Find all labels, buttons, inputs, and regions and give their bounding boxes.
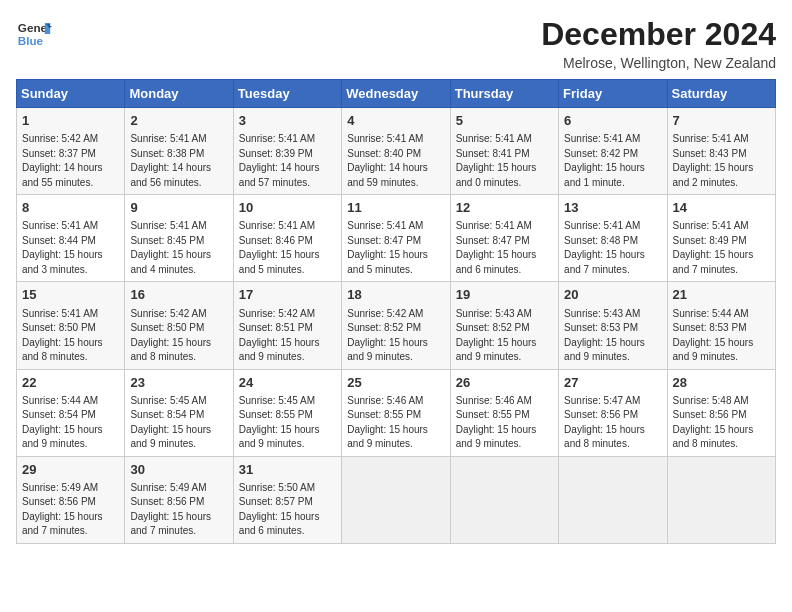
main-title: December 2024 [541,16,776,53]
calendar-week-4: 22Sunrise: 5:44 AM Sunset: 8:54 PM Dayli… [17,369,776,456]
day-number: 7 [673,112,770,130]
calendar-body: 1Sunrise: 5:42 AM Sunset: 8:37 PM Daylig… [17,108,776,544]
calendar-cell: 15Sunrise: 5:41 AM Sunset: 8:50 PM Dayli… [17,282,125,369]
subtitle: Melrose, Wellington, New Zealand [541,55,776,71]
calendar-cell [667,456,775,543]
calendar-cell: 25Sunrise: 5:46 AM Sunset: 8:55 PM Dayli… [342,369,450,456]
calendar-cell: 3Sunrise: 5:41 AM Sunset: 8:39 PM Daylig… [233,108,341,195]
day-number: 22 [22,374,119,392]
calendar-week-3: 15Sunrise: 5:41 AM Sunset: 8:50 PM Dayli… [17,282,776,369]
day-info: Sunrise: 5:42 AM Sunset: 8:50 PM Dayligh… [130,307,227,365]
day-info: Sunrise: 5:47 AM Sunset: 8:56 PM Dayligh… [564,394,661,452]
calendar-cell: 5Sunrise: 5:41 AM Sunset: 8:41 PM Daylig… [450,108,558,195]
day-info: Sunrise: 5:43 AM Sunset: 8:53 PM Dayligh… [564,307,661,365]
calendar-cell: 4Sunrise: 5:41 AM Sunset: 8:40 PM Daylig… [342,108,450,195]
calendar-cell: 31Sunrise: 5:50 AM Sunset: 8:57 PM Dayli… [233,456,341,543]
calendar-week-5: 29Sunrise: 5:49 AM Sunset: 8:56 PM Dayli… [17,456,776,543]
calendar-cell: 1Sunrise: 5:42 AM Sunset: 8:37 PM Daylig… [17,108,125,195]
day-number: 26 [456,374,553,392]
day-info: Sunrise: 5:41 AM Sunset: 8:42 PM Dayligh… [564,132,661,190]
calendar-cell: 9Sunrise: 5:41 AM Sunset: 8:45 PM Daylig… [125,195,233,282]
weekday-header-sunday: Sunday [17,80,125,108]
calendar-cell: 23Sunrise: 5:45 AM Sunset: 8:54 PM Dayli… [125,369,233,456]
day-number: 17 [239,286,336,304]
calendar-cell: 18Sunrise: 5:42 AM Sunset: 8:52 PM Dayli… [342,282,450,369]
calendar-cell [450,456,558,543]
day-number: 24 [239,374,336,392]
day-info: Sunrise: 5:44 AM Sunset: 8:53 PM Dayligh… [673,307,770,365]
calendar-cell: 30Sunrise: 5:49 AM Sunset: 8:56 PM Dayli… [125,456,233,543]
day-number: 30 [130,461,227,479]
day-info: Sunrise: 5:46 AM Sunset: 8:55 PM Dayligh… [347,394,444,452]
logo-icon: General Blue [16,16,52,52]
day-info: Sunrise: 5:46 AM Sunset: 8:55 PM Dayligh… [456,394,553,452]
day-info: Sunrise: 5:41 AM Sunset: 8:41 PM Dayligh… [456,132,553,190]
day-number: 13 [564,199,661,217]
weekday-header-tuesday: Tuesday [233,80,341,108]
calendar-cell: 16Sunrise: 5:42 AM Sunset: 8:50 PM Dayli… [125,282,233,369]
weekday-header-monday: Monday [125,80,233,108]
calendar-week-1: 1Sunrise: 5:42 AM Sunset: 8:37 PM Daylig… [17,108,776,195]
calendar-cell: 22Sunrise: 5:44 AM Sunset: 8:54 PM Dayli… [17,369,125,456]
day-info: Sunrise: 5:45 AM Sunset: 8:55 PM Dayligh… [239,394,336,452]
day-info: Sunrise: 5:41 AM Sunset: 8:48 PM Dayligh… [564,219,661,277]
calendar-cell [559,456,667,543]
calendar-cell: 12Sunrise: 5:41 AM Sunset: 8:47 PM Dayli… [450,195,558,282]
day-info: Sunrise: 5:41 AM Sunset: 8:46 PM Dayligh… [239,219,336,277]
weekday-header-friday: Friday [559,80,667,108]
calendar-cell: 21Sunrise: 5:44 AM Sunset: 8:53 PM Dayli… [667,282,775,369]
weekday-header-wednesday: Wednesday [342,80,450,108]
calendar-cell: 14Sunrise: 5:41 AM Sunset: 8:49 PM Dayli… [667,195,775,282]
day-info: Sunrise: 5:45 AM Sunset: 8:54 PM Dayligh… [130,394,227,452]
title-block: December 2024 Melrose, Wellington, New Z… [541,16,776,71]
day-number: 2 [130,112,227,130]
calendar-cell: 10Sunrise: 5:41 AM Sunset: 8:46 PM Dayli… [233,195,341,282]
day-number: 4 [347,112,444,130]
day-number: 20 [564,286,661,304]
day-number: 8 [22,199,119,217]
calendar-cell: 8Sunrise: 5:41 AM Sunset: 8:44 PM Daylig… [17,195,125,282]
day-number: 16 [130,286,227,304]
calendar-cell: 20Sunrise: 5:43 AM Sunset: 8:53 PM Dayli… [559,282,667,369]
day-info: Sunrise: 5:42 AM Sunset: 8:51 PM Dayligh… [239,307,336,365]
day-info: Sunrise: 5:41 AM Sunset: 8:49 PM Dayligh… [673,219,770,277]
day-info: Sunrise: 5:41 AM Sunset: 8:47 PM Dayligh… [456,219,553,277]
day-info: Sunrise: 5:44 AM Sunset: 8:54 PM Dayligh… [22,394,119,452]
day-info: Sunrise: 5:42 AM Sunset: 8:37 PM Dayligh… [22,132,119,190]
weekday-header-row: SundayMondayTuesdayWednesdayThursdayFrid… [17,80,776,108]
day-number: 28 [673,374,770,392]
calendar-cell: 17Sunrise: 5:42 AM Sunset: 8:51 PM Dayli… [233,282,341,369]
day-number: 18 [347,286,444,304]
logo: General Blue [16,16,52,52]
day-number: 3 [239,112,336,130]
calendar-cell: 28Sunrise: 5:48 AM Sunset: 8:56 PM Dayli… [667,369,775,456]
calendar-cell: 7Sunrise: 5:41 AM Sunset: 8:43 PM Daylig… [667,108,775,195]
day-number: 23 [130,374,227,392]
calendar-cell: 24Sunrise: 5:45 AM Sunset: 8:55 PM Dayli… [233,369,341,456]
calendar-cell: 19Sunrise: 5:43 AM Sunset: 8:52 PM Dayli… [450,282,558,369]
day-info: Sunrise: 5:50 AM Sunset: 8:57 PM Dayligh… [239,481,336,539]
day-info: Sunrise: 5:49 AM Sunset: 8:56 PM Dayligh… [130,481,227,539]
day-number: 10 [239,199,336,217]
day-number: 31 [239,461,336,479]
day-number: 1 [22,112,119,130]
day-number: 5 [456,112,553,130]
day-info: Sunrise: 5:41 AM Sunset: 8:47 PM Dayligh… [347,219,444,277]
day-number: 9 [130,199,227,217]
svg-text:Blue: Blue [18,34,44,47]
calendar-week-2: 8Sunrise: 5:41 AM Sunset: 8:44 PM Daylig… [17,195,776,282]
day-info: Sunrise: 5:43 AM Sunset: 8:52 PM Dayligh… [456,307,553,365]
day-info: Sunrise: 5:42 AM Sunset: 8:52 PM Dayligh… [347,307,444,365]
calendar-cell: 27Sunrise: 5:47 AM Sunset: 8:56 PM Dayli… [559,369,667,456]
day-number: 14 [673,199,770,217]
day-info: Sunrise: 5:49 AM Sunset: 8:56 PM Dayligh… [22,481,119,539]
day-number: 29 [22,461,119,479]
calendar-cell: 29Sunrise: 5:49 AM Sunset: 8:56 PM Dayli… [17,456,125,543]
calendar-cell [342,456,450,543]
day-number: 6 [564,112,661,130]
day-info: Sunrise: 5:41 AM Sunset: 8:43 PM Dayligh… [673,132,770,190]
calendar-cell: 26Sunrise: 5:46 AM Sunset: 8:55 PM Dayli… [450,369,558,456]
weekday-header-saturday: Saturday [667,80,775,108]
calendar-cell: 6Sunrise: 5:41 AM Sunset: 8:42 PM Daylig… [559,108,667,195]
calendar-cell: 2Sunrise: 5:41 AM Sunset: 8:38 PM Daylig… [125,108,233,195]
